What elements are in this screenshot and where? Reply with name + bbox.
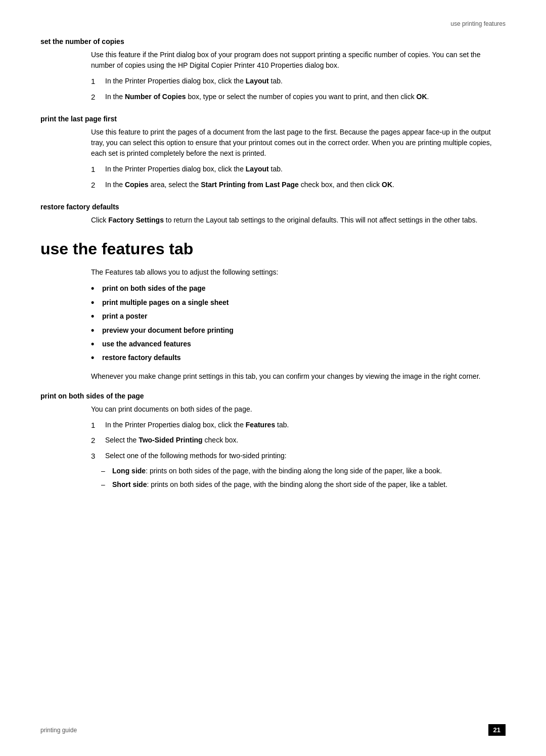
section-heading-last-page: print the last page first (40, 115, 506, 123)
bullet-text-1: print on both sides of the page (102, 283, 206, 294)
bullet-dot-3: • (91, 310, 102, 322)
dash-symbol-1: – (101, 466, 112, 476)
page: use printing features set the number of … (0, 0, 546, 756)
section-heading-restore: restore factory defaults (40, 203, 506, 211)
copies-step-2-num: 2 (91, 92, 105, 103)
features-bullet-list: • print on both sides of the page • prin… (91, 283, 506, 364)
section-body-last-page: Use this feature to print the pages of a… (91, 127, 506, 191)
last-page-step-1: 1 In the Printer Properties dialog box, … (91, 164, 506, 175)
bullet-item-6: • restore factory defaults (91, 352, 506, 364)
dash-symbol-2: – (101, 479, 112, 490)
copies-step-1-text: In the Printer Properties dialog box, cl… (105, 76, 506, 87)
dash-text-short-side: Short side: prints on both sides of the … (112, 479, 506, 490)
dash-item-long-side: – Long side: prints on both sides of the… (91, 466, 506, 476)
page-footer: printing guide 21 (40, 724, 506, 736)
both-sides-step-2-text: Select the Two-Sided Printing check box. (105, 435, 506, 447)
last-page-step-2-text: In the Copies area, select the Start Pri… (105, 180, 506, 191)
bullet-dot-5: • (91, 338, 102, 350)
both-sides-intro: You can print documents on both sides of… (91, 404, 506, 415)
section-set-number-of-copies: set the number of copies Use this featur… (40, 37, 506, 103)
copies-step-2-text: In the Number of Copies box, type or sel… (105, 92, 506, 103)
section-body-restore: Click Factory Settings to return the Lay… (91, 215, 506, 226)
header-label: use printing features (450, 20, 506, 27)
bullet-text-2: print multiple pages on a single sheet (102, 297, 229, 308)
copies-step-1-num: 1 (91, 76, 105, 87)
both-sides-step-1-num: 1 (91, 420, 105, 431)
both-sides-step-3-text: Select one of the following methods for … (105, 451, 506, 462)
bullet-text-6: restore factory defaults (102, 352, 181, 363)
section-body-copies: Use this feature if the Print dialog box… (91, 50, 506, 103)
both-sides-step-1-text: In the Printer Properties dialog box, cl… (105, 420, 506, 431)
restore-text: Click Factory Settings to return the Lay… (91, 215, 506, 226)
features-note: Whenever you make change print settings … (91, 371, 506, 382)
both-sides-step-3: 3 Select one of the following methods fo… (91, 451, 506, 462)
big-section-heading: use the features tab (40, 240, 506, 258)
last-page-numbered-list: 1 In the Printer Properties dialog box, … (91, 164, 506, 191)
dash-text-long-side: Long side: prints on both sides of the p… (112, 466, 506, 476)
both-sides-dash-list: – Long side: prints on both sides of the… (91, 466, 506, 490)
bullet-text-3: print a poster (102, 310, 147, 322)
last-page-step-1-text: In the Printer Properties dialog box, cl… (105, 164, 506, 175)
both-sides-numbered-list: 1 In the Printer Properties dialog box, … (91, 420, 506, 462)
bullet-dot-4: • (91, 325, 102, 336)
sub-section-both-sides: print on both sides of the page You can … (40, 392, 506, 491)
bullet-item-4: • preview your document before printing (91, 325, 506, 336)
sub-body-both-sides: You can print documents on both sides of… (91, 404, 506, 491)
section-restore-defaults: restore factory defaults Click Factory S… (40, 203, 506, 226)
bullet-item-1: • print on both sides of the page (91, 283, 506, 294)
footer-left: printing guide (40, 727, 77, 734)
last-page-step-2-num: 2 (91, 180, 105, 191)
copies-intro: Use this feature if the Print dialog box… (91, 50, 506, 71)
last-page-step-2: 2 In the Copies area, select the Start P… (91, 180, 506, 191)
both-sides-step-2: 2 Select the Two-Sided Printing check bo… (91, 435, 506, 447)
last-page-intro: Use this feature to print the pages of a… (91, 127, 506, 159)
page-number: 21 (488, 724, 506, 736)
sub-heading-both-sides: print on both sides of the page (40, 392, 506, 400)
bullet-dot-6: • (91, 352, 102, 364)
bullet-dot-1: • (91, 283, 102, 294)
bullet-text-4: preview your document before printing (102, 325, 234, 336)
page-header: use printing features (40, 20, 506, 27)
features-intro: The Features tab allows you to adjust th… (91, 266, 506, 278)
both-sides-step-3-num: 3 (91, 451, 105, 462)
copies-step-1: 1 In the Printer Properties dialog box, … (91, 76, 506, 87)
bullet-item-5: • use the advanced features (91, 338, 506, 350)
bullet-dot-2: • (91, 297, 102, 308)
bullet-item-2: • print multiple pages on a single sheet (91, 297, 506, 308)
section-heading-copies: set the number of copies (40, 37, 506, 46)
dash-item-short-side: – Short side: prints on both sides of th… (91, 479, 506, 490)
bullet-item-3: • print a poster (91, 310, 506, 322)
copies-step-2: 2 In the Number of Copies box, type or s… (91, 92, 506, 103)
copies-numbered-list: 1 In the Printer Properties dialog box, … (91, 76, 506, 103)
both-sides-step-2-num: 2 (91, 435, 105, 447)
last-page-step-1-num: 1 (91, 164, 105, 175)
bullet-text-5: use the advanced features (102, 338, 191, 349)
section-print-last-page: print the last page first Use this featu… (40, 115, 506, 191)
both-sides-step-1: 1 In the Printer Properties dialog box, … (91, 420, 506, 431)
